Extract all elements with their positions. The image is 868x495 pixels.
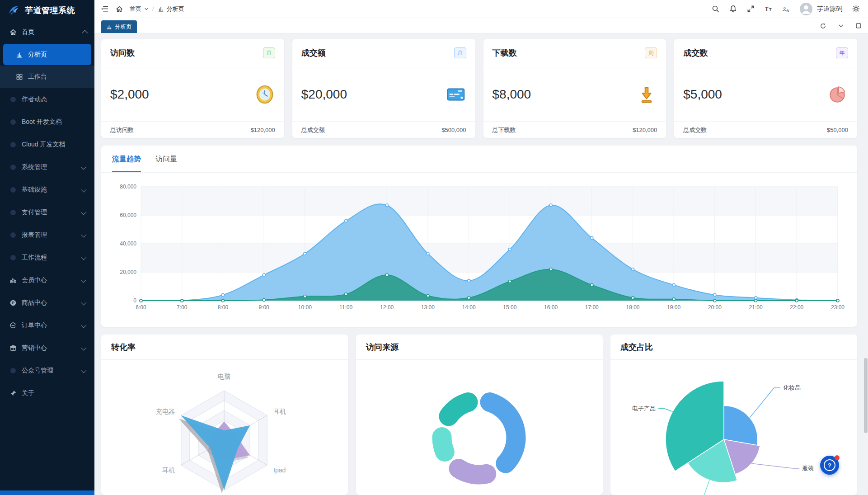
card-title: 访问来源 <box>356 335 603 360</box>
scrollbar-thumb[interactable] <box>864 358 868 433</box>
chevron-down-icon <box>81 231 87 237</box>
dot-icon <box>9 163 17 171</box>
sidebar-item-Cloud 开发文档[interactable]: Cloud 开发文档 <box>0 133 94 156</box>
dot-icon <box>9 208 17 217</box>
sidebar-item-label: 分析页 <box>28 51 47 59</box>
conversion-radar-chart[interactable]: 电脑耳机Ipad手机耳机充电器 <box>101 360 348 495</box>
sidebar-item-订单中心[interactable]: 订单中心 <box>0 314 94 337</box>
dot-icon <box>9 141 17 149</box>
help-button[interactable]: ? <box>820 456 839 475</box>
sidebar-item-系统管理[interactable]: 系统管理 <box>0 156 94 179</box>
sidebar-item-首页[interactable]: 首页 <box>0 21 94 43</box>
sidebar-item-label: 基础设施 <box>22 186 47 194</box>
svg-text:9:00: 9:00 <box>258 304 269 311</box>
topbar-left: 首页 / 分析页 <box>94 5 184 13</box>
dot-icon <box>9 231 17 239</box>
settings-gear-icon[interactable] <box>852 5 860 13</box>
sidebar-item-作者动态[interactable]: 作者动态 <box>0 88 94 111</box>
chevron-down-icon <box>81 344 87 350</box>
stat-card-value: $20,000 <box>301 87 347 102</box>
chevron-down-icon <box>81 277 87 283</box>
stat-card-footer-label: 总下载数 <box>493 126 516 134</box>
pie-icon <box>827 84 848 105</box>
sidebar-item-工作台[interactable]: 工作台 <box>0 66 94 88</box>
svg-text:80,000: 80,000 <box>120 184 136 190</box>
stat-card-title: 成交数 <box>683 47 708 58</box>
svg-text:23:00: 23:00 <box>831 304 845 311</box>
sidebar-item-label: Boot 开发文档 <box>22 118 62 126</box>
dot-icon <box>9 367 17 375</box>
svg-text:耳机: 耳机 <box>162 467 175 474</box>
visit-source-donut-chart[interactable] <box>356 360 603 495</box>
period-badge: 月 <box>263 47 275 58</box>
stat-card-footer-value: $120,000 <box>251 127 275 133</box>
sidebar-item-营销中心[interactable]: 营销中心 <box>0 337 94 359</box>
tab-traffic-trend[interactable]: 流量趋势 <box>112 146 141 172</box>
chevron-up-icon <box>82 30 88 36</box>
sidebar-item-label: 关于 <box>22 389 34 397</box>
svg-text:20,000: 20,000 <box>120 269 136 275</box>
trend-tabs: 流量趋势 访问量 <box>101 146 857 173</box>
svg-text:6:00: 6:00 <box>136 304 146 311</box>
stat-card-title: 下载数 <box>493 47 517 58</box>
app-logo[interactable]: 芋道管理系统 <box>0 0 94 21</box>
font-size-icon[interactable]: TT <box>765 5 772 13</box>
breadcrumb-current[interactable]: 分析页 <box>167 5 184 13</box>
svg-text:17:00: 17:00 <box>585 304 599 311</box>
sidebar-item-工作流程[interactable]: 工作流程 <box>0 246 94 269</box>
period-badge: 月 <box>454 47 466 58</box>
sidebar-item-报表管理[interactable]: 报表管理 <box>0 224 94 246</box>
member-icon <box>9 276 17 284</box>
home-icon[interactable] <box>115 5 123 13</box>
svg-text:T: T <box>769 7 772 12</box>
sidebar-item-label: 营销中心 <box>22 344 47 352</box>
fullscreen-icon[interactable] <box>747 5 755 13</box>
stat-card-value: $5,000 <box>683 87 722 102</box>
sidebar-item-label: 作者动态 <box>22 95 47 104</box>
bell-icon[interactable] <box>729 5 737 13</box>
breadcrumb-home[interactable]: 首页 <box>130 5 141 13</box>
chevron-down-icon[interactable] <box>837 23 844 29</box>
svg-text:15:00: 15:00 <box>503 304 516 311</box>
sidebar-item-Boot 开发文档[interactable]: Boot 开发文档 <box>0 111 94 133</box>
refresh-icon[interactable] <box>820 23 826 29</box>
sidebar-item-label: 公众号管理 <box>22 367 53 375</box>
sidebar-item-基础设施[interactable]: 基础设施 <box>0 179 94 201</box>
username[interactable]: 芋道源码 <box>817 5 842 13</box>
dot-icon <box>9 95 17 104</box>
expand-icon[interactable] <box>855 23 862 29</box>
deal-share-pie-chart[interactable]: 化妆品服装电子产品 <box>610 360 857 495</box>
sidebar-item-关于[interactable]: 关于 <box>0 382 94 405</box>
tabs-bar: 分析页 <box>94 18 868 33</box>
stat-card-footer-value: $120,000 <box>633 127 657 133</box>
svg-text:8:00: 8:00 <box>218 304 229 311</box>
svg-text:20:00: 20:00 <box>708 304 722 311</box>
traffic-trend-chart[interactable]: 80,00060,00040,00020,00006:007:008:009:0… <box>101 173 857 326</box>
avatar[interactable] <box>800 3 812 15</box>
download-icon <box>636 84 657 105</box>
sidebar-item-支付管理[interactable]: 支付管理 <box>0 201 94 224</box>
logo-bird-icon <box>7 4 21 17</box>
menu-fold-icon[interactable] <box>101 5 108 13</box>
tab-visit-volume[interactable]: 访问量 <box>155 146 177 172</box>
sidebar-collapse-bar[interactable] <box>0 490 94 495</box>
sidebar-item-会员中心[interactable]: 会员中心 <box>0 269 94 292</box>
stat-card-成交数: 成交数年$5,000总成交数$50,000 <box>674 39 857 138</box>
sidebar-item-分析页[interactable]: 分析页 <box>3 44 91 65</box>
svg-text:14:00: 14:00 <box>462 304 476 311</box>
svg-text:耳机: 耳机 <box>273 408 286 415</box>
topbar: 首页 / 分析页 TT文A 芋道源码 <box>94 0 868 18</box>
product-icon: P <box>9 299 17 307</box>
svg-text:A: A <box>786 8 789 13</box>
svg-text:10:00: 10:00 <box>298 304 312 311</box>
dot-icon <box>9 254 17 262</box>
chevron-down-icon <box>144 7 149 11</box>
sidebar-item-公众号管理[interactable]: 公众号管理 <box>0 359 94 382</box>
sidebar-item-label: 工作台 <box>28 73 47 81</box>
translate-icon[interactable]: 文A <box>782 5 790 13</box>
svg-text:11:00: 11:00 <box>339 304 352 311</box>
sidebar-item-商品中心[interactable]: P商品中心 <box>0 292 94 314</box>
chevron-down-icon <box>81 367 87 373</box>
open-tab-analysis[interactable]: 分析页 <box>101 20 137 33</box>
search-icon[interactable] <box>712 5 719 13</box>
